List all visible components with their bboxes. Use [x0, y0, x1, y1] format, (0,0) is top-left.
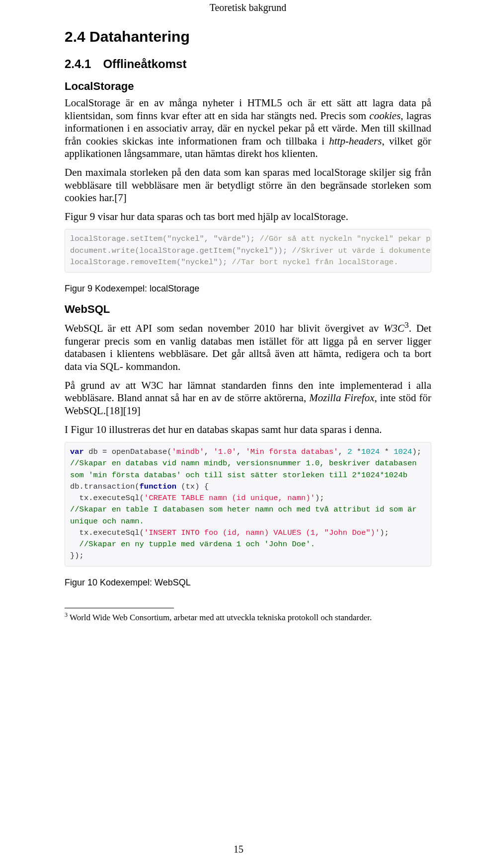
code-number: 1024 [361, 447, 380, 456]
paragraph: I Figur 10 illustreras det hur en databa… [65, 424, 431, 436]
subsection-title: Offlineåtkomst [103, 57, 186, 71]
footnote-ref: 3 [404, 320, 409, 330]
code: ); [380, 528, 389, 537]
figure-caption: Figur 9 Kodexempel: localStorage [65, 284, 431, 294]
section-heading: 2.4 Datahantering [65, 28, 431, 45]
topic-heading-localstorage: LocalStorage [65, 80, 431, 93]
code: (tx) { [176, 482, 209, 491]
code: localStorage.removeItem( [70, 258, 181, 267]
code-comment: //Skapar en ny tupple med värdena 1 och … [70, 540, 315, 549]
code: db = openDatabase( [84, 447, 172, 456]
italic-text: W3C [384, 322, 404, 334]
code-string: "nyckel" [237, 246, 273, 255]
code: ); [412, 447, 421, 456]
code-comment: //Gör så att nyckeln "nyckel" pekar på v… [259, 234, 431, 243]
code: , [237, 447, 246, 456]
subsection-heading: 2.4.1Offlineåtkomst [65, 57, 431, 71]
paragraph: LocalStorage är en av många nyheter i HT… [65, 97, 431, 160]
code: )); [273, 246, 292, 255]
section-title: Datahantering [89, 28, 190, 45]
code: db.transaction( [70, 482, 140, 491]
footnote-text: World Wide Web Consortium, arbetar med a… [68, 612, 372, 622]
code-comment: //Skapar en databas vid namn mindb, vers… [70, 459, 421, 479]
paragraph: Figur 9 visar hur data sparas och tas bo… [65, 211, 431, 223]
paragraph: Den maximala storleken på den data som k… [65, 166, 431, 205]
code-number: 1024 [389, 447, 412, 456]
code-comment: //Skriver ut värde i dokumentet. [292, 246, 432, 255]
code-string: "nyckel" [167, 234, 204, 243]
italic-text: http-headers [329, 135, 382, 147]
code: ); [246, 234, 260, 243]
code: , [204, 234, 214, 243]
code-string: 'Min första databas' [246, 447, 338, 456]
code: ); [218, 258, 232, 267]
code: * [352, 447, 361, 456]
code-string: 'INSERT INTO foo (id, namn) VALUES (1, "… [144, 528, 380, 537]
text: WebSQL är ett API som sedan november 201… [65, 322, 384, 334]
figure-caption: Figur 10 Kodexempel: WebSQL [65, 578, 431, 588]
code-keyword: var [70, 447, 84, 456]
paragraph: På grund av att W3C har lämnat standarde… [65, 379, 431, 418]
code-string: "värde" [213, 234, 245, 243]
running-header: Teoretisk bakgrund [65, 0, 431, 13]
code-comment: //Skapar en table I databasen som heter … [70, 505, 421, 525]
paragraph: WebSQL är ett API som sedan november 201… [65, 320, 431, 373]
code-string: 'CREATE TABLE namn (id unique, namn)' [144, 494, 315, 503]
code: * [380, 447, 389, 456]
code: , [338, 447, 348, 456]
footnote: 3 World Wide Web Consortium, arbetar med… [65, 611, 431, 623]
code-block-websql: var db = openDatabase('mindb', '1.0', 'M… [65, 442, 431, 567]
italic-text: cookies [369, 110, 400, 122]
code: ); [315, 494, 324, 503]
code: , [204, 447, 214, 456]
topic-heading-websql: WebSQL [65, 303, 431, 316]
code-block-localstorage: localStorage.setItem("nyckel", "värde");… [65, 229, 431, 273]
footnote-rule [65, 608, 174, 608]
code: tx.executeSql( [70, 528, 144, 537]
code-comment: //Tar bort nyckel från localStorage. [232, 258, 398, 267]
code-string: '1.0' [213, 447, 237, 456]
italic-text: Mozilla Firefox [309, 392, 374, 404]
code-keyword: function [140, 482, 176, 491]
page-number: 15 [0, 844, 477, 855]
section-number: 2.4 [65, 28, 85, 45]
code-string: "nyckel" [181, 258, 218, 267]
code: }); [70, 551, 84, 560]
code: document.write(localStorage.getItem( [70, 246, 237, 255]
code-string: 'mindb' [172, 447, 204, 456]
code: localStorage.setItem( [70, 234, 167, 243]
code: tx.executeSql( [70, 494, 144, 503]
subsection-number: 2.4.1 [65, 57, 91, 71]
